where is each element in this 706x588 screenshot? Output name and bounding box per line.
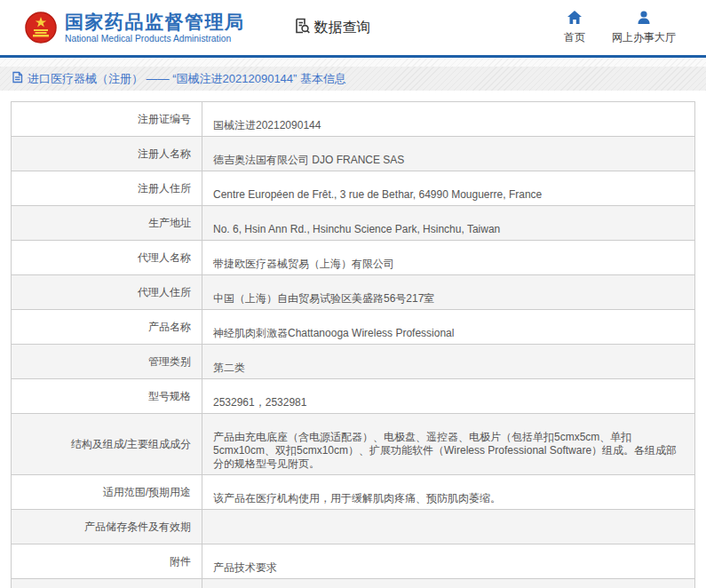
row-value-cell xyxy=(202,510,695,544)
row-value: Centre Européen de Frêt., 3 rue de Betha… xyxy=(213,188,542,201)
table-row: 注册人名称 德吉奥法国有限公司 DJO FRANCE SAS xyxy=(12,137,695,171)
row-value: 该产品在医疗机构使用，用于缓解肌肉疼痛、预防肌肉萎缩。 xyxy=(213,492,501,505)
row-label-cell: 产品名称 xyxy=(12,310,202,345)
row-value: 产品技术要求 xyxy=(213,561,277,574)
row-label: 管理类别 xyxy=(148,355,191,368)
page-title: 进口医疗器械（注册） —— “国械注进20212090144” 基本信息 xyxy=(28,71,346,87)
row-label: 代理人名称 xyxy=(138,251,191,264)
row-value: 国械注进20212090144 xyxy=(213,119,321,131)
row-label: 生产地址 xyxy=(148,217,191,229)
row-value: 产品由充电底座（含电源适配器）、电极盘、遥控器、电极片（包括单扣5cmx5cm、… xyxy=(213,431,677,470)
row-label: 代理人住所 xyxy=(138,286,191,298)
org-name-cn: 国家药品监督管理局 xyxy=(65,12,245,33)
row-value: 带捷欧医疗器械贸易（上海）有限公司 xyxy=(213,258,394,270)
row-label: 注册证编号 xyxy=(138,113,191,125)
row-value-cell: 国械注进20212090144 xyxy=(202,102,695,137)
row-value: No. 6, Hsin Ann Rd., Hsinchu Science Par… xyxy=(213,223,500,235)
row-label-cell: 型号规格 xyxy=(12,379,202,414)
row-label-cell: 代理人名称 xyxy=(12,241,202,275)
logo-area: 国家药品监督管理局 National Medical Products Admi… xyxy=(25,12,245,44)
row-value-cell: 产品由充电底座（含电源适配器）、电极盘、遥控器、电极片（包括单扣5cmx5cm、… xyxy=(202,414,695,475)
row-label-cell: 其他内容 xyxy=(12,579,202,588)
table-row: 产品储存条件及有效期 xyxy=(12,510,695,544)
row-value: 德吉奥法国有限公司 DJO FRANCE SAS xyxy=(213,154,404,166)
row-value: 中国（上海）自由贸易试验区美盛路56号217室 xyxy=(213,292,434,305)
row-label-cell: 生产地址 xyxy=(12,206,202,241)
subheader-band: 进口医疗器械（注册） —— “国械注进20212090144” 基本信息 xyxy=(0,58,706,91)
row-value-cell: / xyxy=(202,579,695,588)
row-value: 第二类 xyxy=(213,362,245,374)
row-value-cell: 产品技术要求 xyxy=(202,544,695,579)
table-row: 产品名称 神经肌肉刺激器Chattanooga Wireless Profess… xyxy=(12,310,695,345)
row-label-cell: 代理人住所 xyxy=(12,275,202,310)
table-row: 注册证编号 国械注进20212090144 xyxy=(12,102,695,137)
row-value-cell: 该产品在医疗机构使用，用于缓解肌肉疼痛、预防肌肉萎缩。 xyxy=(202,475,695,510)
row-value-cell: 2532961，2532981 xyxy=(202,379,695,414)
row-label: 注册人名称 xyxy=(138,147,191,160)
row-label: 适用范围/预期用途 xyxy=(103,486,191,498)
home-icon xyxy=(567,11,582,27)
table-row: 代理人名称 带捷欧医疗器械贸易（上海）有限公司 xyxy=(12,241,695,275)
row-value-cell: 德吉奥法国有限公司 DJO FRANCE SAS xyxy=(202,137,695,171)
doc-search-icon xyxy=(293,17,311,38)
table-row: 注册人住所 Centre Européen de Frêt., 3 rue de… xyxy=(12,171,695,206)
nav-data-query[interactable]: 数据查询 xyxy=(293,17,371,38)
row-label: 产品名称 xyxy=(148,321,191,333)
row-value: 2532961，2532981 xyxy=(213,396,306,409)
table-row: 其他内容 / xyxy=(12,579,695,588)
nav-online-hall[interactable]: 网上办事大厅 xyxy=(612,11,676,45)
table-row: 型号规格 2532961，2532981 xyxy=(12,379,695,414)
org-name-en: National Medical Products Administration xyxy=(65,33,245,44)
row-value-cell: No. 6, Hsin Ann Rd., Hsinchu Science Par… xyxy=(202,206,695,241)
table-row: 代理人住所 中国（上海）自由贸易试验区美盛路56号217室 xyxy=(12,275,695,310)
user-icon xyxy=(637,11,651,27)
row-label-cell: 附件 xyxy=(12,544,202,579)
row-label-cell: 注册人住所 xyxy=(12,171,202,206)
nav-data-query-label: 数据查询 xyxy=(314,19,371,37)
nav-home-label: 首页 xyxy=(564,30,585,45)
table-row: 管理类别 第二类 xyxy=(12,345,695,379)
row-label-cell: 注册证编号 xyxy=(12,102,202,137)
nav-home[interactable]: 首页 xyxy=(564,11,585,45)
org-names: 国家药品监督管理局 National Medical Products Admi… xyxy=(65,12,245,44)
row-label: 型号规格 xyxy=(148,390,191,402)
site-header: 国家药品监督管理局 National Medical Products Admi… xyxy=(0,0,706,55)
row-value-cell: 神经肌肉刺激器Chattanooga Wireless Professional xyxy=(202,310,695,345)
nav-right: 首页 网上办事大厅 xyxy=(564,11,706,45)
breadcrumb: 进口医疗器械（注册） —— “国械注进20212090144” 基本信息 xyxy=(0,67,706,91)
row-value-cell: 第二类 xyxy=(202,345,695,379)
registration-info-table: 注册证编号 国械注进20212090144 注册人名称 德吉奥法国有限公司 DJ… xyxy=(11,101,695,588)
table-row: 生产地址 No. 6, Hsin Ann Rd., Hsinchu Scienc… xyxy=(12,206,695,241)
table-row: 结构及组成/主要组成成分 产品由充电底座（含电源适配器）、电极盘、遥控器、电极片… xyxy=(12,414,695,475)
row-value-cell: 带捷欧医疗器械贸易（上海）有限公司 xyxy=(202,241,695,275)
row-value: 神经肌肉刺激器Chattanooga Wireless Professional xyxy=(213,327,454,339)
info-table-body: 注册证编号 国械注进20212090144 注册人名称 德吉奥法国有限公司 DJ… xyxy=(12,102,695,588)
row-value-cell: Centre Européen de Frêt., 3 rue de Betha… xyxy=(202,171,695,206)
table-row: 附件 产品技术要求 xyxy=(12,544,695,579)
row-value-cell: 中国（上海）自由贸易试验区美盛路56号217室 xyxy=(202,275,695,310)
row-label-cell: 注册人名称 xyxy=(12,137,202,171)
document-icon xyxy=(12,71,23,86)
row-label-cell: 产品储存条件及有效期 xyxy=(12,510,202,544)
row-label-cell: 管理类别 xyxy=(12,345,202,379)
row-label-cell: 结构及组成/主要组成成分 xyxy=(12,414,202,475)
row-label: 产品储存条件及有效期 xyxy=(84,520,191,533)
row-label: 结构及组成/主要组成成分 xyxy=(71,438,191,450)
spacer xyxy=(0,91,706,101)
national-emblem-icon xyxy=(25,12,57,44)
nav-online-hall-label: 网上办事大厅 xyxy=(612,30,676,45)
table-row: 适用范围/预期用途 该产品在医疗机构使用，用于缓解肌肉疼痛、预防肌肉萎缩。 xyxy=(12,475,695,510)
row-label-cell: 适用范围/预期用途 xyxy=(12,475,202,510)
row-label: 注册人住所 xyxy=(138,182,191,195)
row-label: 附件 xyxy=(170,555,191,568)
